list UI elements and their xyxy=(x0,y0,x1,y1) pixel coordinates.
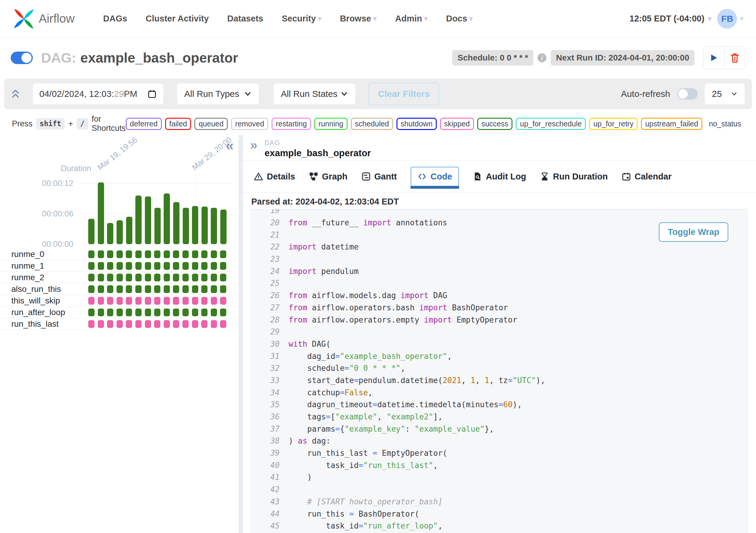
task-instance-cell[interactable] xyxy=(164,274,170,281)
task-instance-cell[interactable] xyxy=(126,308,132,316)
duration-bar[interactable] xyxy=(135,196,142,244)
legend-badge-upstream-failed[interactable]: upstream_failed xyxy=(641,118,702,130)
task-instance-cell[interactable] xyxy=(201,308,207,316)
task-instance-cell[interactable] xyxy=(145,308,151,316)
task-instance-cell[interactable] xyxy=(154,285,160,293)
legend-badge-failed[interactable]: failed xyxy=(165,118,191,130)
task-instance-cell[interactable] xyxy=(173,308,179,316)
task-instance-cell[interactable] xyxy=(182,274,189,281)
task-instance-cell[interactable] xyxy=(107,251,113,258)
task-instance-cell[interactable] xyxy=(173,320,179,328)
task-instance-cell[interactable] xyxy=(145,320,151,328)
legend-badge-success[interactable]: success xyxy=(477,118,512,130)
task-instance-cell[interactable] xyxy=(117,274,123,281)
task-instance-cell[interactable] xyxy=(201,251,207,258)
legend-badge-no-status[interactable]: no_status xyxy=(706,119,744,129)
task-instance-cell[interactable] xyxy=(98,320,104,328)
task-instance-cell[interactable] xyxy=(182,251,189,258)
task-instance-cell[interactable] xyxy=(126,297,132,305)
legend-badge-skipped[interactable]: skipped xyxy=(440,118,474,130)
nav-item-admin[interactable]: Admin▾ xyxy=(395,14,427,24)
legend-badge-restarting[interactable]: restarting xyxy=(272,118,311,130)
nav-item-datasets[interactable]: Datasets xyxy=(227,14,263,24)
task-instance-cell[interactable] xyxy=(164,320,170,328)
task-instance-cell[interactable] xyxy=(201,297,207,305)
task-instance-cell[interactable] xyxy=(154,297,160,305)
duration-bar[interactable] xyxy=(145,197,151,244)
task-instance-cell[interactable] xyxy=(107,308,113,316)
task-label[interactable]: runme_2 xyxy=(11,273,44,282)
task-instance-cell[interactable] xyxy=(192,308,198,316)
duration-bar[interactable] xyxy=(220,210,227,244)
task-instance-cell[interactable] xyxy=(88,274,94,281)
task-instance-cell[interactable] xyxy=(220,274,226,281)
task-instance-cell[interactable] xyxy=(98,285,104,293)
task-instance-cell[interactable] xyxy=(192,251,198,258)
task-instance-cell[interactable] xyxy=(164,262,170,270)
task-instance-cell[interactable] xyxy=(117,285,123,293)
duration-bar[interactable] xyxy=(164,194,170,244)
base-date-input[interactable]: 04/02/2024, 12:03:29 PM xyxy=(33,84,163,104)
task-instance-cell[interactable] xyxy=(88,285,94,293)
panel-divider[interactable] xyxy=(238,135,243,533)
toggle-wrap-button[interactable]: Toggle Wrap xyxy=(659,222,728,242)
task-instance-cell[interactable] xyxy=(164,308,170,316)
task-instance-cell[interactable] xyxy=(182,297,189,305)
task-instance-cell[interactable] xyxy=(135,308,142,316)
task-instance-cell[interactable] xyxy=(98,274,104,281)
task-instance-cell[interactable] xyxy=(126,251,132,258)
tab-run-duration[interactable]: Run Duration xyxy=(540,172,608,181)
legend-badge-deferred[interactable]: deferred xyxy=(126,118,162,130)
task-instance-cell[interactable] xyxy=(154,251,160,258)
task-instance-cell[interactable] xyxy=(192,274,198,281)
duration-bar[interactable] xyxy=(88,219,94,244)
task-instance-cell[interactable] xyxy=(201,262,207,270)
collapse-filters-icon[interactable] xyxy=(11,89,20,99)
task-instance-cell[interactable] xyxy=(173,262,179,270)
task-instance-cell[interactable] xyxy=(117,320,123,328)
task-instance-cell[interactable] xyxy=(173,274,179,281)
task-instance-cell[interactable] xyxy=(182,262,189,270)
nav-item-dags[interactable]: DAGs xyxy=(103,14,127,24)
task-instance-cell[interactable] xyxy=(117,308,123,316)
duration-bar[interactable] xyxy=(126,217,132,244)
task-instance-cell[interactable] xyxy=(145,274,151,281)
task-instance-cell[interactable] xyxy=(154,308,160,316)
task-instance-cell[interactable] xyxy=(135,297,142,305)
task-instance-cell[interactable] xyxy=(154,274,160,281)
run-states-select[interactable]: All Run States xyxy=(274,84,355,104)
task-instance-cell[interactable] xyxy=(192,297,198,305)
task-instance-cell[interactable] xyxy=(201,320,207,328)
calendar-picker-icon[interactable] xyxy=(147,89,157,99)
task-instance-cell[interactable] xyxy=(107,274,113,281)
legend-badge-up-for-reschedule[interactable]: up_for_reschedule xyxy=(516,118,586,130)
task-instance-cell[interactable] xyxy=(220,308,226,316)
task-instance-cell[interactable] xyxy=(154,262,160,270)
task-instance-cell[interactable] xyxy=(164,251,170,258)
task-instance-cell[interactable] xyxy=(220,320,226,328)
task-instance-cell[interactable] xyxy=(135,320,142,328)
task-instance-cell[interactable] xyxy=(107,320,113,328)
clock-dropdown[interactable]: 12:05 EDT (-04:00) ▾ xyxy=(629,14,711,24)
delete-dag-button[interactable] xyxy=(724,47,745,69)
expand-panel-icon[interactable]: » xyxy=(250,139,257,159)
task-instance-cell[interactable] xyxy=(88,297,94,305)
task-instance-cell[interactable] xyxy=(126,262,132,270)
tab-details[interactable]: Details xyxy=(254,172,295,181)
task-instance-cell[interactable] xyxy=(135,251,142,258)
task-instance-cell[interactable] xyxy=(98,297,104,305)
task-label[interactable]: also_run_this xyxy=(11,284,61,294)
page-size-select[interactable]: 25 xyxy=(705,84,745,104)
task-instance-cell[interactable] xyxy=(220,262,226,270)
task-instance-cell[interactable] xyxy=(182,320,189,328)
tab-gantt[interactable]: Gantt xyxy=(361,172,397,181)
task-instance-cell[interactable] xyxy=(88,320,94,328)
info-icon[interactable]: i xyxy=(537,53,547,62)
task-instance-cell[interactable] xyxy=(201,274,207,281)
task-instance-cell[interactable] xyxy=(154,320,160,328)
nav-item-docs[interactable]: Docs▾ xyxy=(446,14,472,24)
legend-badge-removed[interactable]: removed xyxy=(231,118,268,130)
duration-bar[interactable] xyxy=(183,208,189,244)
tab-graph[interactable]: Graph xyxy=(309,172,347,181)
task-instance-cell[interactable] xyxy=(88,262,94,270)
